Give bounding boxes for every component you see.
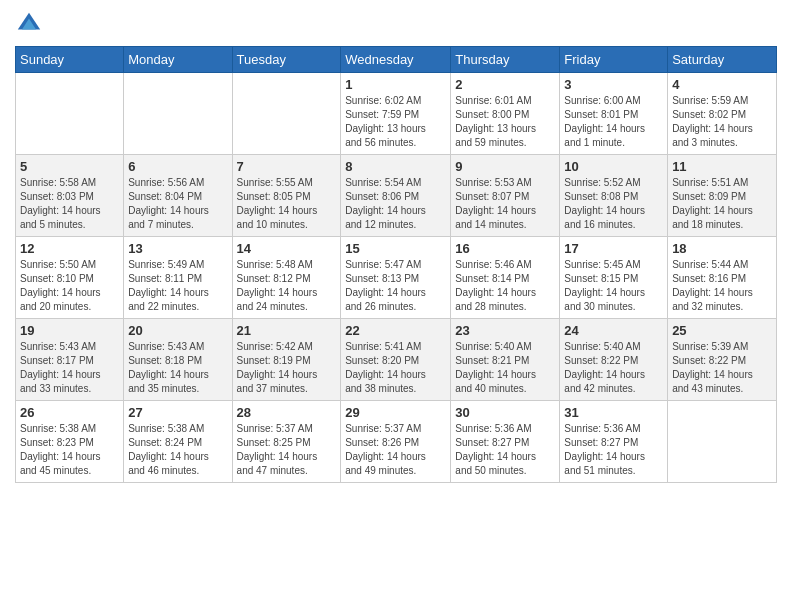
header-cell-friday: Friday [560,47,668,73]
day-cell: 8Sunrise: 5:54 AM Sunset: 8:06 PM Daylig… [341,155,451,237]
day-info: Sunrise: 5:40 AM Sunset: 8:22 PM Dayligh… [564,340,663,396]
day-cell: 27Sunrise: 5:38 AM Sunset: 8:24 PM Dayli… [124,401,232,483]
day-info: Sunrise: 5:42 AM Sunset: 8:19 PM Dayligh… [237,340,337,396]
day-cell: 1Sunrise: 6:02 AM Sunset: 7:59 PM Daylig… [341,73,451,155]
day-cell: 10Sunrise: 5:52 AM Sunset: 8:08 PM Dayli… [560,155,668,237]
day-number: 14 [237,241,337,256]
day-cell: 21Sunrise: 5:42 AM Sunset: 8:19 PM Dayli… [232,319,341,401]
day-info: Sunrise: 5:59 AM Sunset: 8:02 PM Dayligh… [672,94,772,150]
day-number: 25 [672,323,772,338]
day-info: Sunrise: 5:48 AM Sunset: 8:12 PM Dayligh… [237,258,337,314]
header-cell-saturday: Saturday [668,47,777,73]
day-cell: 11Sunrise: 5:51 AM Sunset: 8:09 PM Dayli… [668,155,777,237]
day-cell [232,73,341,155]
day-cell: 3Sunrise: 6:00 AM Sunset: 8:01 PM Daylig… [560,73,668,155]
day-cell: 23Sunrise: 5:40 AM Sunset: 8:21 PM Dayli… [451,319,560,401]
day-info: Sunrise: 5:37 AM Sunset: 8:25 PM Dayligh… [237,422,337,478]
day-number: 11 [672,159,772,174]
day-number: 17 [564,241,663,256]
day-info: Sunrise: 5:44 AM Sunset: 8:16 PM Dayligh… [672,258,772,314]
day-number: 27 [128,405,227,420]
day-info: Sunrise: 5:37 AM Sunset: 8:26 PM Dayligh… [345,422,446,478]
header-cell-sunday: Sunday [16,47,124,73]
week-row-3: 19Sunrise: 5:43 AM Sunset: 8:17 PM Dayli… [16,319,777,401]
day-number: 21 [237,323,337,338]
day-number: 18 [672,241,772,256]
day-cell: 5Sunrise: 5:58 AM Sunset: 8:03 PM Daylig… [16,155,124,237]
day-cell: 15Sunrise: 5:47 AM Sunset: 8:13 PM Dayli… [341,237,451,319]
day-cell: 17Sunrise: 5:45 AM Sunset: 8:15 PM Dayli… [560,237,668,319]
header-row: SundayMondayTuesdayWednesdayThursdayFrid… [16,47,777,73]
day-cell: 25Sunrise: 5:39 AM Sunset: 8:22 PM Dayli… [668,319,777,401]
logo-icon [15,10,43,38]
day-cell: 16Sunrise: 5:46 AM Sunset: 8:14 PM Dayli… [451,237,560,319]
day-number: 28 [237,405,337,420]
day-number: 3 [564,77,663,92]
day-cell: 14Sunrise: 5:48 AM Sunset: 8:12 PM Dayli… [232,237,341,319]
day-number: 2 [455,77,555,92]
week-row-1: 5Sunrise: 5:58 AM Sunset: 8:03 PM Daylig… [16,155,777,237]
day-cell: 29Sunrise: 5:37 AM Sunset: 8:26 PM Dayli… [341,401,451,483]
header-cell-tuesday: Tuesday [232,47,341,73]
week-row-4: 26Sunrise: 5:38 AM Sunset: 8:23 PM Dayli… [16,401,777,483]
day-number: 30 [455,405,555,420]
day-info: Sunrise: 5:38 AM Sunset: 8:24 PM Dayligh… [128,422,227,478]
day-cell: 18Sunrise: 5:44 AM Sunset: 8:16 PM Dayli… [668,237,777,319]
day-info: Sunrise: 5:43 AM Sunset: 8:18 PM Dayligh… [128,340,227,396]
header-cell-monday: Monday [124,47,232,73]
day-cell: 24Sunrise: 5:40 AM Sunset: 8:22 PM Dayli… [560,319,668,401]
day-cell: 13Sunrise: 5:49 AM Sunset: 8:11 PM Dayli… [124,237,232,319]
day-info: Sunrise: 6:01 AM Sunset: 8:00 PM Dayligh… [455,94,555,150]
header-cell-wednesday: Wednesday [341,47,451,73]
day-info: Sunrise: 5:38 AM Sunset: 8:23 PM Dayligh… [20,422,119,478]
day-cell [124,73,232,155]
day-number: 15 [345,241,446,256]
day-cell: 6Sunrise: 5:56 AM Sunset: 8:04 PM Daylig… [124,155,232,237]
day-cell: 4Sunrise: 5:59 AM Sunset: 8:02 PM Daylig… [668,73,777,155]
day-number: 24 [564,323,663,338]
header-cell-thursday: Thursday [451,47,560,73]
day-number: 20 [128,323,227,338]
day-number: 9 [455,159,555,174]
week-row-2: 12Sunrise: 5:50 AM Sunset: 8:10 PM Dayli… [16,237,777,319]
logo [15,10,47,38]
day-info: Sunrise: 5:49 AM Sunset: 8:11 PM Dayligh… [128,258,227,314]
day-cell: 31Sunrise: 5:36 AM Sunset: 8:27 PM Dayli… [560,401,668,483]
day-number: 31 [564,405,663,420]
day-info: Sunrise: 5:43 AM Sunset: 8:17 PM Dayligh… [20,340,119,396]
day-number: 29 [345,405,446,420]
day-cell: 22Sunrise: 5:41 AM Sunset: 8:20 PM Dayli… [341,319,451,401]
day-info: Sunrise: 5:56 AM Sunset: 8:04 PM Dayligh… [128,176,227,232]
day-number: 23 [455,323,555,338]
day-info: Sunrise: 5:45 AM Sunset: 8:15 PM Dayligh… [564,258,663,314]
day-info: Sunrise: 5:47 AM Sunset: 8:13 PM Dayligh… [345,258,446,314]
day-cell: 9Sunrise: 5:53 AM Sunset: 8:07 PM Daylig… [451,155,560,237]
header [15,10,777,38]
day-cell: 12Sunrise: 5:50 AM Sunset: 8:10 PM Dayli… [16,237,124,319]
day-info: Sunrise: 5:50 AM Sunset: 8:10 PM Dayligh… [20,258,119,314]
day-cell [668,401,777,483]
day-number: 7 [237,159,337,174]
day-number: 1 [345,77,446,92]
day-info: Sunrise: 5:36 AM Sunset: 8:27 PM Dayligh… [564,422,663,478]
day-info: Sunrise: 5:46 AM Sunset: 8:14 PM Dayligh… [455,258,555,314]
day-cell: 28Sunrise: 5:37 AM Sunset: 8:25 PM Dayli… [232,401,341,483]
day-number: 10 [564,159,663,174]
day-number: 16 [455,241,555,256]
day-info: Sunrise: 5:41 AM Sunset: 8:20 PM Dayligh… [345,340,446,396]
calendar-table: SundayMondayTuesdayWednesdayThursdayFrid… [15,46,777,483]
day-info: Sunrise: 5:39 AM Sunset: 8:22 PM Dayligh… [672,340,772,396]
day-number: 26 [20,405,119,420]
day-number: 4 [672,77,772,92]
day-info: Sunrise: 5:51 AM Sunset: 8:09 PM Dayligh… [672,176,772,232]
day-cell: 30Sunrise: 5:36 AM Sunset: 8:27 PM Dayli… [451,401,560,483]
day-info: Sunrise: 5:55 AM Sunset: 8:05 PM Dayligh… [237,176,337,232]
day-cell: 7Sunrise: 5:55 AM Sunset: 8:05 PM Daylig… [232,155,341,237]
day-info: Sunrise: 5:52 AM Sunset: 8:08 PM Dayligh… [564,176,663,232]
day-number: 6 [128,159,227,174]
week-row-0: 1Sunrise: 6:02 AM Sunset: 7:59 PM Daylig… [16,73,777,155]
day-cell: 19Sunrise: 5:43 AM Sunset: 8:17 PM Dayli… [16,319,124,401]
day-number: 8 [345,159,446,174]
day-cell: 26Sunrise: 5:38 AM Sunset: 8:23 PM Dayli… [16,401,124,483]
day-number: 5 [20,159,119,174]
